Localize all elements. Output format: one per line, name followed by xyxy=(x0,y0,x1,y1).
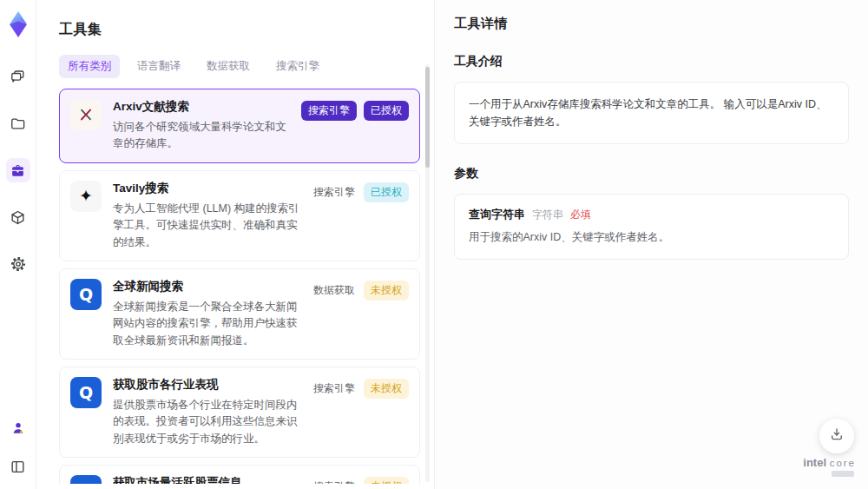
category-badge: 搜索引擎 xyxy=(312,182,357,202)
arxiv-icon xyxy=(70,99,102,130)
tool-card-text: Tavily搜索 专为人工智能代理 (LLM) 构建的搜索引擎工具。可快速提供实… xyxy=(113,181,300,251)
qblue-icon: Q xyxy=(70,377,102,408)
user-icon xyxy=(10,420,26,436)
qblue-icon: Q xyxy=(70,475,102,484)
page-title: 工具集 xyxy=(59,21,420,39)
sidebar-item-user[interactable] xyxy=(6,416,30,440)
tool-card-text: Arxiv文献搜索 访问各个研究领域大量科学论文和文章的存储库。 xyxy=(113,99,290,153)
tab-category-3[interactable]: 搜索引擎 xyxy=(267,55,328,78)
tool-card[interactable]: Q 获取股市各行业表现 提供股票市场各个行业在特定时间段内的表现。投资者可以利用… xyxy=(59,367,420,458)
cube-icon xyxy=(10,209,26,226)
param-type: 字符串 xyxy=(532,208,563,222)
tool-card-description: 全球新闻搜索是一个聚合全球各大新闻网站内容的搜索引擎，帮助用户快速获取全球最新资… xyxy=(113,299,300,349)
tool-intro-box: 一个用于从Arxiv存储库搜索科学论文和文章的工具。 输入可以是Arxiv ID… xyxy=(454,82,849,144)
tab-category-1[interactable]: 语言翻译 xyxy=(128,55,189,78)
param-box: 查询字符串 字符串 必填 用于搜索的Arxiv ID、关键字或作者姓名。 xyxy=(454,194,849,260)
sidebar-item-panel-toggle[interactable] xyxy=(6,454,30,479)
category-tabs: 所有类别语言翻译数据获取搜索引擎 xyxy=(59,55,420,78)
auth-status-badge: 未授权 xyxy=(364,477,409,484)
category-badge: 搜索引擎 xyxy=(301,101,357,121)
auth-status-badge: 已授权 xyxy=(364,101,409,121)
intel-core-logo: intel core xyxy=(803,456,856,477)
param-name: 查询字符串 xyxy=(469,207,525,222)
param-description: 用于搜索的Arxiv ID、关键字或作者姓名。 xyxy=(469,230,834,245)
tool-card[interactable]: ✦ Tavily搜索 专为人工智能代理 (LLM) 构建的搜索引擎工具。可快速提… xyxy=(59,170,420,261)
tool-card-description: 访问各个研究领域大量科学论文和文章的存储库。 xyxy=(113,119,290,153)
tab-category-2[interactable]: 数据获取 xyxy=(198,55,259,78)
tool-card[interactable]: Q 全球新闻搜索 全球新闻搜索是一个聚合全球各大新闻网站内容的搜索引擎，帮助用户… xyxy=(59,268,420,360)
tool-card-list: Arxiv文献搜索 访问各个研究领域大量科学论文和文章的存储库。 搜索引擎 已授… xyxy=(59,89,420,484)
download-icon xyxy=(829,426,845,446)
category-badge: 搜索引擎 xyxy=(312,477,357,484)
gear-icon xyxy=(10,255,27,273)
auth-status-badge: 未授权 xyxy=(364,379,409,399)
panel-icon xyxy=(10,459,26,475)
list-scrollbar[interactable] xyxy=(425,64,430,482)
qblue-icon: Q xyxy=(70,279,102,310)
tool-card-title: Tavily搜索 xyxy=(113,181,300,196)
auth-status-badge: 已授权 xyxy=(364,182,409,202)
tool-list-panel: 工具集 所有类别语言翻译数据获取搜索引擎 Arxiv文献搜索 访问各个研究领域大… xyxy=(36,0,434,489)
detail-title: 工具详情 xyxy=(454,16,849,32)
tool-card-description: 提供股票市场各个行业在特定时间段内的表现。投资者可以利用这些信息来识别表现优于或… xyxy=(113,397,300,447)
intel-wordmark: intel xyxy=(803,456,826,469)
tool-card-badges: 搜索引擎 未授权 xyxy=(312,377,409,447)
category-badge: 数据获取 xyxy=(312,281,357,301)
param-head: 查询字符串 字符串 必填 xyxy=(469,207,834,222)
briefcase-icon xyxy=(10,162,26,179)
sparkle-icon: ✦ xyxy=(70,181,102,212)
tool-card[interactable]: Arxiv文献搜索 访问各个研究领域大量科学论文和文章的存储库。 搜索引擎 已授… xyxy=(59,89,420,163)
rail-bottom xyxy=(6,416,30,479)
tool-card-badges: 搜索引擎 已授权 xyxy=(301,99,409,153)
scrollbar-thumb[interactable] xyxy=(425,67,430,168)
folder-icon xyxy=(10,116,26,132)
intel-badge xyxy=(832,471,854,477)
rail-nav xyxy=(6,64,30,276)
left-rail xyxy=(0,0,36,489)
params-section-label: 参数 xyxy=(454,166,849,182)
tool-card-title: Arxiv文献搜索 xyxy=(113,99,290,115)
core-wordmark: core xyxy=(830,458,856,468)
tool-card-badges: 搜索引擎 未授权 xyxy=(312,475,409,484)
tool-card-text: 获取股市各行业表现 提供股票市场各个行业在特定时间段内的表现。投资者可以利用这些… xyxy=(113,377,300,447)
tool-detail-panel: 工具详情 工具介绍 一个用于从Arxiv存储库搜索科学论文和文章的工具。 输入可… xyxy=(434,0,868,489)
tool-card-badges: 数据获取 未授权 xyxy=(312,279,409,349)
app: 工具集 所有类别语言翻译数据获取搜索引擎 Arxiv文献搜索 访问各个研究领域大… xyxy=(0,0,868,489)
tool-card[interactable]: Q 获取市场最活跃股票信息 提供当天交易量最高的股票列表，投资者可以利用这些信息… xyxy=(59,465,420,484)
tool-card-text: 获取市场最活跃股票信息 提供当天交易量最高的股票列表，投资者可以利用这些信息来识… xyxy=(113,475,300,484)
sidebar-item-chat[interactable] xyxy=(6,64,30,89)
param-required-badge: 必填 xyxy=(570,208,591,222)
intro-section-label: 工具介绍 xyxy=(454,54,849,69)
auth-status-badge: 未授权 xyxy=(364,281,409,301)
tool-card-text: 全球新闻搜索 全球新闻搜索是一个聚合全球各大新闻网站内容的搜索引擎，帮助用户快速… xyxy=(113,279,300,349)
tool-card-title: 获取股市各行业表现 xyxy=(113,377,300,393)
sidebar-item-toolbox[interactable] xyxy=(6,158,30,182)
download-button[interactable] xyxy=(819,419,854,453)
sidebar-item-package[interactable] xyxy=(6,205,30,229)
tool-card-title: 全球新闻搜索 xyxy=(113,279,300,294)
sidebar-item-settings[interactable] xyxy=(6,252,30,276)
tool-card-title: 获取市场最活跃股票信息 xyxy=(113,475,300,484)
category-badge: 搜索引擎 xyxy=(312,379,357,399)
tool-card-description: 专为人工智能代理 (LLM) 构建的搜索引擎工具。可快速提供实时、准确和真实的结… xyxy=(113,201,300,251)
app-logo-icon xyxy=(6,10,30,38)
tab-category-0[interactable]: 所有类别 xyxy=(59,55,120,78)
sidebar-item-folder[interactable] xyxy=(6,111,30,135)
tool-card-badges: 搜索引擎 已授权 xyxy=(312,181,409,251)
chat-icon xyxy=(10,69,26,85)
